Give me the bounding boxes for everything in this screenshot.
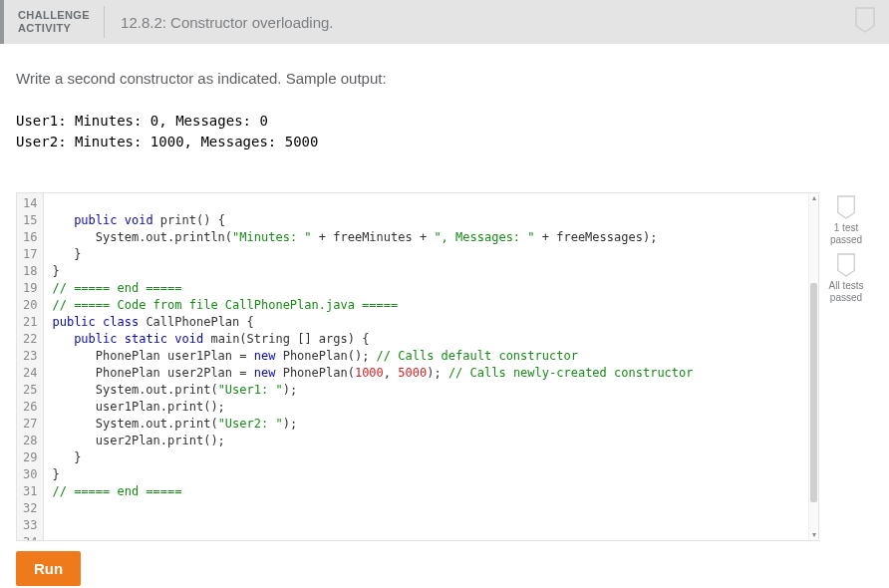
test-badge-1-label: 1 testpassed: [830, 222, 862, 246]
activity-title: 12.8.2: Constructor overloading.: [105, 14, 333, 31]
activity-badge-l2: ACTIVITY: [18, 22, 90, 35]
code-editor[interactable]: 1415161718192021222324252627282930313233…: [16, 192, 819, 541]
test-badge-1: 1 testpassed: [830, 194, 862, 246]
test-results-panel: 1 testpassed All testspassed: [819, 192, 873, 304]
activity-badge: CHALLENGE ACTIVITY: [4, 6, 105, 38]
scroll-thumb[interactable]: [810, 283, 817, 502]
scroll-up-icon[interactable]: ▴: [809, 193, 818, 203]
scroll-down-icon[interactable]: ▾: [809, 530, 818, 540]
test-badge-2: All testspassed: [828, 252, 863, 304]
test-badge-2-label: All testspassed: [828, 280, 863, 304]
code-area: 1415161718192021222324252627282930313233…: [16, 192, 873, 541]
shield-icon: [835, 194, 857, 220]
run-row: Run: [16, 551, 873, 586]
sample-output: User1: Minutes: 0, Messages: 0 User2: Mi…: [16, 111, 873, 152]
shield-icon: [835, 252, 857, 278]
content-area: Write a second constructor as indicated.…: [0, 44, 889, 586]
code-body[interactable]: public void print() { System.out.println…: [44, 193, 808, 540]
prompt-text: Write a second constructor as indicated.…: [16, 70, 873, 87]
line-gutter: 1415161718192021222324252627282930313233…: [17, 193, 44, 540]
run-button[interactable]: Run: [16, 551, 81, 586]
activity-header: CHALLENGE ACTIVITY 12.8.2: Constructor o…: [0, 0, 889, 44]
activity-badge-l1: CHALLENGE: [18, 9, 90, 22]
editor-scrollbar[interactable]: ▴ ▾: [808, 193, 818, 540]
